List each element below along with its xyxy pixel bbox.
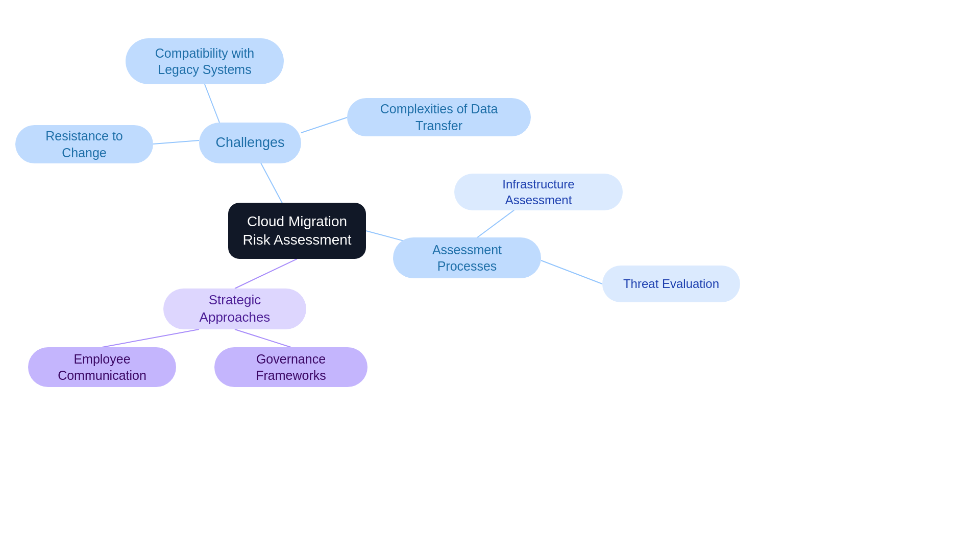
svg-line-2	[235, 259, 297, 288]
svg-line-3	[205, 84, 219, 123]
svg-line-5	[301, 117, 347, 133]
infrastructure-assessment-node: Infrastructure Assessment	[454, 174, 623, 210]
svg-line-8	[102, 329, 199, 347]
svg-line-9	[235, 329, 291, 347]
employee-communication-node: Employee Communication	[28, 347, 176, 387]
threat-evaluation-node: Threat Evaluation	[602, 266, 740, 302]
assessment-processes-node: Assessment Processes	[393, 237, 541, 278]
resistance-to-change-node: Resistance to Change	[15, 125, 153, 163]
svg-line-4	[153, 140, 199, 144]
svg-line-7	[541, 260, 602, 284]
governance-frameworks-node: Governance Frameworks	[214, 347, 368, 387]
legacy-systems-node: Compatibility with Legacy Systems	[126, 38, 284, 84]
center-node: Cloud Migration Risk Assessment	[228, 203, 366, 259]
challenges-node: Challenges	[199, 123, 301, 163]
strategic-approaches-node: Strategic Approaches	[163, 288, 306, 329]
data-transfer-node: Complexities of Data Transfer	[347, 98, 531, 136]
